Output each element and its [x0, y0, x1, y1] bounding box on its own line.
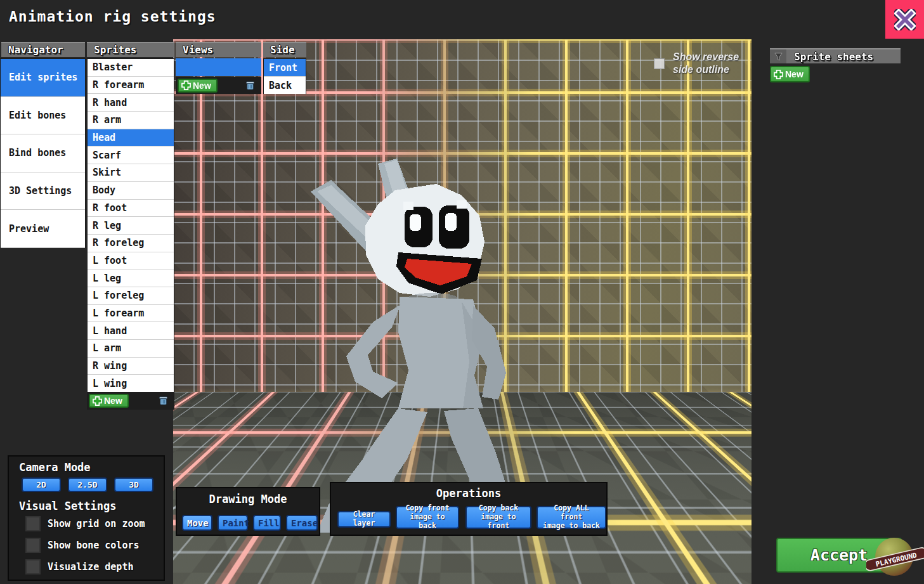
- sprite-sheets-header: Sprite sheets: [770, 48, 901, 63]
- sprite-row[interactable]: R hand: [88, 94, 174, 112]
- views-header: Views: [176, 42, 261, 57]
- copy-back-to-front-button[interactable]: Copy back image to front: [465, 506, 531, 529]
- sprite-row[interactable]: R wing: [88, 358, 174, 375]
- move-tool-button[interactable]: Move: [182, 515, 212, 531]
- side-front-row[interactable]: Front: [264, 59, 306, 77]
- sprite-row[interactable]: R arm: [88, 112, 174, 129]
- navigator-list: Edit sprites Edit bones Bind bones 3D Se…: [0, 58, 86, 248]
- camera-25d-button[interactable]: 2.5D: [68, 477, 107, 492]
- left-arm: [346, 304, 401, 398]
- copy-front-to-back-button[interactable]: Copy front image to back: [396, 506, 459, 529]
- sprite-row[interactable]: R leg: [88, 217, 174, 235]
- sprite-sheets-filter-button[interactable]: [770, 49, 786, 63]
- sprites-list: Blaster R forearm R hand R arm Head Scar…: [87, 58, 174, 393]
- visualize-depth-checkbox[interactable]: [25, 559, 41, 574]
- sprites-new-row: New: [87, 392, 174, 410]
- sprite-row[interactable]: Body: [88, 182, 174, 200]
- erase-tool-button[interactable]: Erase: [286, 515, 318, 531]
- plus-icon: [774, 70, 783, 79]
- sprite-row[interactable]: L arm: [88, 340, 174, 358]
- sprite-row[interactable]: Skirt: [88, 164, 174, 182]
- nav-item-edit-sprites[interactable]: Edit sprites: [1, 59, 85, 97]
- sprite-row[interactable]: R forearm: [88, 77, 174, 94]
- delete-sprite-button[interactable]: [157, 395, 169, 406]
- character-sprite[interactable]: [273, 152, 539, 533]
- operations-title: Operations: [331, 487, 606, 500]
- show-reverse-side-outline-checkbox[interactable]: [654, 58, 665, 69]
- camera-2d-button[interactable]: 2D: [22, 477, 61, 492]
- nav-item-3d-settings[interactable]: 3D Settings: [1, 172, 85, 211]
- sprite-row[interactable]: Scarf: [88, 146, 174, 164]
- drawing-mode-panel: Drawing Mode Move Paint Fill Erase: [176, 487, 320, 536]
- camera-mode-title: Camera Mode: [19, 461, 91, 474]
- paint-tool-button[interactable]: Paint: [218, 515, 248, 531]
- sprite-row[interactable]: L foot: [88, 252, 174, 270]
- accept-button[interactable]: Accept: [776, 538, 902, 573]
- views-new-row: New: [176, 77, 261, 94]
- plus-icon: [181, 81, 191, 90]
- sprites-header: Sprites: [87, 42, 174, 57]
- show-bone-colors-checkbox[interactable]: [25, 538, 41, 553]
- show-bone-colors-label: Show bone colors: [48, 540, 140, 551]
- view-row-selected[interactable]: [176, 58, 261, 76]
- sprite-row[interactable]: L wing: [88, 375, 174, 393]
- trash-icon: [158, 395, 169, 406]
- sprite-row-selected[interactable]: Head: [88, 129, 174, 147]
- new-sprite-button[interactable]: New: [89, 394, 129, 408]
- show-reverse-side-outline-label: Show reverse side outline: [673, 51, 752, 76]
- new-view-button[interactable]: New: [178, 79, 218, 93]
- drawing-mode-title: Drawing Mode: [177, 493, 319, 505]
- sprite-row[interactable]: L forearm: [88, 305, 174, 323]
- side-back-row[interactable]: Back: [264, 77, 306, 94]
- nav-item-bind-bones[interactable]: Bind bones: [1, 134, 85, 172]
- sprite-row[interactable]: L foreleg: [88, 287, 174, 305]
- name-label: Name:: [197, 552, 235, 568]
- trash-icon: [245, 80, 256, 91]
- visualize-depth-label: Visualize depth: [48, 561, 133, 573]
- copy-all-front-to-back-button[interactable]: Copy ALL front image to back: [537, 506, 606, 529]
- name-bar: Name:: [173, 538, 752, 584]
- sprite-row[interactable]: L hand: [88, 322, 174, 340]
- operations-panel: Operations Clear layer Copy front image …: [330, 482, 608, 536]
- side-list: Front Back: [263, 58, 306, 94]
- nav-item-edit-bones[interactable]: Edit bones: [1, 97, 85, 135]
- animation-rig-settings-window: Animation rig settings: [0, 0, 924, 584]
- name-input[interactable]: [247, 550, 660, 571]
- clear-layer-button[interactable]: Clear layer: [337, 511, 391, 528]
- camera-3d-button[interactable]: 3D: [114, 477, 153, 492]
- side-header: Side: [263, 42, 306, 57]
- nav-item-preview[interactable]: Preview: [1, 210, 85, 248]
- sprite-sheets-title: Sprite sheets: [794, 51, 873, 63]
- 3d-viewport[interactable]: Show reverse side outline Drawing Mode M…: [173, 39, 752, 584]
- show-grid-on-zoom-checkbox[interactable]: [25, 516, 41, 531]
- navigator-header: Navigator: [1, 42, 85, 57]
- delete-view-button[interactable]: [244, 80, 256, 91]
- sprite-row[interactable]: Blaster: [88, 59, 174, 77]
- camera-mode-panel: Camera Mode 2D 2.5D 3D Visual Settings S…: [8, 455, 165, 581]
- sprite-row[interactable]: R foreleg: [88, 235, 174, 252]
- filter-funnel-icon: [774, 52, 783, 62]
- page-title: Animation rig settings: [9, 8, 216, 25]
- sprite-row[interactable]: R foot: [88, 200, 174, 217]
- visual-settings-title: Visual Settings: [19, 500, 117, 512]
- close-icon: [894, 9, 916, 30]
- show-grid-on-zoom-label: Show grid on zoom: [48, 518, 145, 529]
- sprite-row[interactable]: L leg: [88, 269, 174, 287]
- close-button[interactable]: [885, 0, 924, 39]
- fill-tool-button[interactable]: Fill: [253, 515, 281, 531]
- plus-icon: [93, 396, 102, 406]
- new-sprite-sheet-button[interactable]: New: [770, 66, 810, 82]
